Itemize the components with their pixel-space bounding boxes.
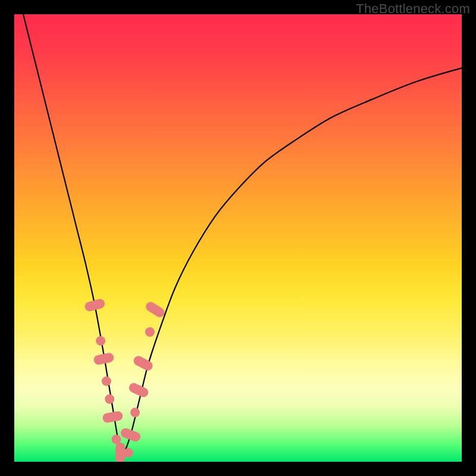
curve-marker (105, 394, 114, 404)
curve-marker (102, 377, 111, 386)
plot-area (14, 14, 462, 462)
curve-marker (124, 448, 133, 458)
curve-marker (144, 300, 166, 320)
curve-markers (84, 298, 167, 462)
curve-marker (111, 434, 121, 444)
bottleneck-curve (23, 14, 462, 455)
curve-marker (93, 352, 115, 366)
curve-marker (96, 336, 105, 346)
curve-marker (84, 298, 106, 312)
chart-frame: TheBottleneck.com (0, 0, 476, 476)
bottleneck-curve-svg (14, 14, 462, 462)
curve-marker (115, 443, 125, 462)
watermark-text: TheBottleneck.com (356, 1, 470, 17)
curve-marker (102, 411, 123, 424)
curve-marker (130, 408, 140, 417)
curve-marker (127, 381, 150, 399)
curve-marker (145, 327, 155, 337)
curve-marker (120, 427, 142, 443)
